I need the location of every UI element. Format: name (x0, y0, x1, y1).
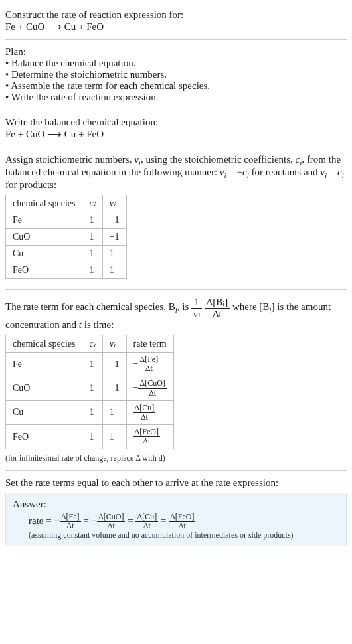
plan-heading: Plan: (5, 46, 347, 58)
balanced-equation: Fe + CuO ⟶ Cu + FeO (5, 128, 347, 140)
final-note: (assuming constant volume and no accumul… (13, 530, 339, 540)
stoich-intro: Assign stoichiometric numbers, νi, using… (5, 154, 347, 191)
answer-box: Answer: rate = −Δ[Fe]Δt = −Δ[CuO]Δt = Δ[… (5, 493, 347, 546)
rate-expression: rate = −Δ[Fe]Δt = −Δ[CuO]Δt = Δ[Cu]Δt = … (13, 513, 339, 530)
plan-item: • Determine the stoichiometric numbers. (5, 69, 347, 80)
col-header: νᵢ (102, 335, 126, 353)
rateterm-intro: The rate term for each chemical species,… (5, 297, 347, 331)
table-row: Fe 1 −1 −Δ[Fe]Δt (6, 353, 174, 376)
table-row: Fe 1 −1 (6, 212, 127, 229)
intro-section: Construct the rate of reaction expressio… (5, 5, 347, 37)
table-row: FeO 1 1 Δ[FeO]Δt (6, 425, 174, 449)
col-header: νᵢ (102, 195, 126, 212)
table-row: CuO 1 −1 −Δ[CuO]Δt (6, 376, 174, 400)
table-row: FeO 1 1 (6, 262, 127, 279)
rateterm-section: The rate term for each chemical species,… (5, 293, 347, 467)
divider (5, 470, 347, 471)
plan-item: • Write the rate of reaction expression. (5, 92, 347, 103)
balanced-section: Write the balanced chemical equation: Fe… (5, 113, 347, 144)
intro-equation: Fe + CuO ⟶ Cu + FeO (5, 21, 347, 33)
divider (5, 147, 347, 147)
stoich-section: Assign stoichiometric numbers, νi, using… (5, 150, 347, 287)
divider (5, 289, 347, 290)
divider (5, 39, 347, 40)
col-header: cᵢ (82, 195, 102, 212)
table-row: Cu 1 1 (6, 246, 127, 262)
balanced-heading: Write the balanced chemical equation: (5, 117, 347, 128)
fraction: 1νᵢ (191, 297, 202, 319)
rateterm-table: chemical species cᵢ νᵢ rate term Fe 1 −1… (5, 335, 174, 449)
col-header: chemical species (6, 335, 82, 353)
col-header: rate term (126, 335, 173, 353)
fraction: Δ[Bᵢ]Δt (205, 297, 230, 319)
plan-section: Plan: • Balance the chemical equation. •… (5, 42, 347, 107)
col-header: cᵢ (82, 335, 102, 353)
rateterm-note: (for infinitesimal rate of change, repla… (5, 453, 347, 463)
table-header-row: chemical species cᵢ νᵢ (6, 195, 127, 212)
stoich-table: chemical species cᵢ νᵢ Fe 1 −1 CuO 1 −1 … (5, 195, 127, 279)
plan-item: • Assemble the rate term for each chemic… (5, 80, 347, 92)
final-section: Set the rate terms equal to each other t… (5, 473, 347, 550)
divider (5, 110, 347, 110)
final-heading: Set the rate terms equal to each other t… (5, 477, 347, 489)
table-row: CuO 1 −1 (6, 229, 127, 246)
intro-prompt: Construct the rate of reaction expressio… (5, 9, 347, 21)
table-header-row: chemical species cᵢ νᵢ rate term (6, 335, 174, 353)
table-row: Cu 1 1 Δ[Cu]Δt (6, 400, 174, 424)
answer-label: Answer: (13, 499, 339, 510)
plan-item: • Balance the chemical equation. (5, 58, 347, 69)
col-header: chemical species (6, 195, 82, 212)
